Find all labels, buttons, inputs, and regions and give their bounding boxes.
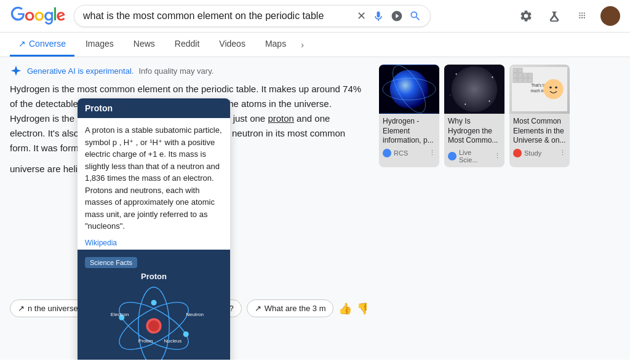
rcs-source-dot xyxy=(383,149,391,157)
svg-text:Electron: Electron xyxy=(111,311,129,317)
clear-button[interactable]: ✕ xyxy=(357,9,366,23)
svg-text:Neutron: Neutron xyxy=(186,311,204,317)
search-button[interactable] xyxy=(409,10,421,22)
tooltip-wiki-link[interactable]: Wikipedia xyxy=(78,239,230,250)
svg-point-1 xyxy=(148,320,159,331)
universe-image xyxy=(444,65,504,114)
feedback-icons: 👍 👎 xyxy=(338,302,367,315)
hydrogen-card-caption: Hydrogen - Element information, p... xyxy=(379,114,439,147)
svg-text:Nucleus: Nucleus xyxy=(164,338,181,344)
tooltip-body: A proton is a stable subatomic particle,… xyxy=(78,118,230,239)
image-card-hydrogen[interactable]: Hydrogen - Element information, p... RCS… xyxy=(379,65,439,167)
periodic-card-more[interactable]: ⋮ xyxy=(559,149,566,157)
thumbs-up-button[interactable]: 👍 xyxy=(338,302,352,315)
converse-icon: ↗ xyxy=(18,39,26,49)
livesci-source-dot xyxy=(448,152,457,160)
hydrogen-card-more[interactable]: ⋮ xyxy=(429,149,436,157)
svg-rect-33 xyxy=(528,78,532,82)
tooltip-image-title: Proton xyxy=(141,272,167,281)
universe-card-caption: Why Is Hydrogen the Most Commo... xyxy=(444,114,504,147)
proton-tooltip: Proton A proton is a stable subatomic pa… xyxy=(78,98,230,360)
tab-videos[interactable]: Videos xyxy=(210,33,254,57)
tooltip-title: Proton xyxy=(78,98,230,118)
svg-rect-32 xyxy=(523,78,527,82)
svg-point-36 xyxy=(543,79,563,99)
svg-point-38 xyxy=(555,87,557,89)
lens-button[interactable] xyxy=(391,10,403,22)
header-right xyxy=(516,6,620,26)
thumbs-down-button[interactable]: 👎 xyxy=(357,302,367,315)
svg-text:Proton: Proton xyxy=(138,338,153,344)
tabs-more-button[interactable]: › xyxy=(297,35,308,55)
periodic-image: That's too much info! xyxy=(509,65,570,114)
ai-header: Generative AI is experimental. Info qual… xyxy=(10,65,367,77)
universe-card-source: Live Scie... ⋮ xyxy=(444,147,504,167)
header: ✕ xyxy=(0,0,630,33)
image-card-universe[interactable]: Why Is Hydrogen the Most Commo... Live S… xyxy=(444,65,504,167)
search-bar[interactable]: ✕ xyxy=(74,5,431,27)
settings-button[interactable] xyxy=(516,6,536,26)
hydrogen-card-source: RCS ⋮ xyxy=(379,147,439,161)
main-content: Generative AI is experimental. Info qual… xyxy=(0,57,630,360)
ai-quality-note: Info quality may vary. xyxy=(138,66,213,76)
user-avatar[interactable] xyxy=(600,6,620,26)
google-logo xyxy=(10,7,66,25)
ai-panel: Generative AI is experimental. Info qual… xyxy=(10,65,367,352)
svg-point-21 xyxy=(489,101,490,102)
svg-point-20 xyxy=(465,104,466,105)
tab-maps[interactable]: Maps xyxy=(257,33,295,57)
proton-link[interactable]: proton xyxy=(268,113,294,124)
ai-experimental-label: Generative AI is experimental. xyxy=(27,66,134,76)
svg-rect-28 xyxy=(523,73,527,77)
svg-rect-29 xyxy=(528,73,532,77)
universe-card-more[interactable]: ⋮ xyxy=(494,152,501,160)
ai-sparkle-icon xyxy=(10,65,22,77)
periodic-card-source: Study ⋮ xyxy=(509,147,570,161)
svg-rect-25 xyxy=(518,68,522,73)
svg-point-17 xyxy=(452,66,497,112)
study-source-dot xyxy=(513,149,522,157)
svg-rect-26 xyxy=(513,73,517,77)
svg-point-13 xyxy=(390,70,429,109)
atom-diagram: Electron Neutron Proton Nucleus xyxy=(98,286,209,360)
svg-point-22 xyxy=(450,95,450,95)
svg-rect-27 xyxy=(518,73,522,77)
tabs-bar: ↗ Converse Images News Reddit Videos Map… xyxy=(0,33,630,57)
svg-rect-24 xyxy=(513,68,517,73)
svg-point-19 xyxy=(492,76,493,77)
suggestion-arrow-icon-3: ↗ xyxy=(255,304,261,313)
apps-button[interactable] xyxy=(572,6,593,26)
image-card-periodic[interactable]: That's too much info! Most Common Elemen… xyxy=(509,65,570,167)
tab-converse[interactable]: ↗ Converse xyxy=(10,33,74,57)
svg-point-7 xyxy=(151,299,157,305)
voice-search-button[interactable] xyxy=(372,10,385,22)
suggestion-arrow-icon-1: ↗ xyxy=(18,304,25,313)
hydrogen-image xyxy=(379,65,439,114)
svg-rect-30 xyxy=(513,78,517,82)
suggestion-chip-3[interactable]: ↗ What are the 3 m xyxy=(247,299,334,317)
tab-news[interactable]: News xyxy=(125,33,164,57)
svg-rect-31 xyxy=(518,78,522,82)
tab-images[interactable]: Images xyxy=(77,33,122,57)
labs-button[interactable] xyxy=(544,6,565,26)
tooltip-image-area: Science Facts Proton Electron xyxy=(78,250,230,360)
images-panel: Hydrogen - Element information, p... RCS… xyxy=(379,65,570,352)
svg-point-37 xyxy=(549,87,552,89)
search-icons: ✕ xyxy=(357,9,421,23)
svg-point-6 xyxy=(183,331,189,337)
search-input[interactable] xyxy=(83,10,352,22)
tab-reddit[interactable]: Reddit xyxy=(166,33,208,57)
image-cards: Hydrogen - Element information, p... RCS… xyxy=(379,65,570,167)
svg-point-18 xyxy=(456,74,457,75)
periodic-card-caption: Most Common Elements in the Universe & o… xyxy=(509,114,570,147)
science-facts-badge: Science Facts xyxy=(85,257,137,268)
